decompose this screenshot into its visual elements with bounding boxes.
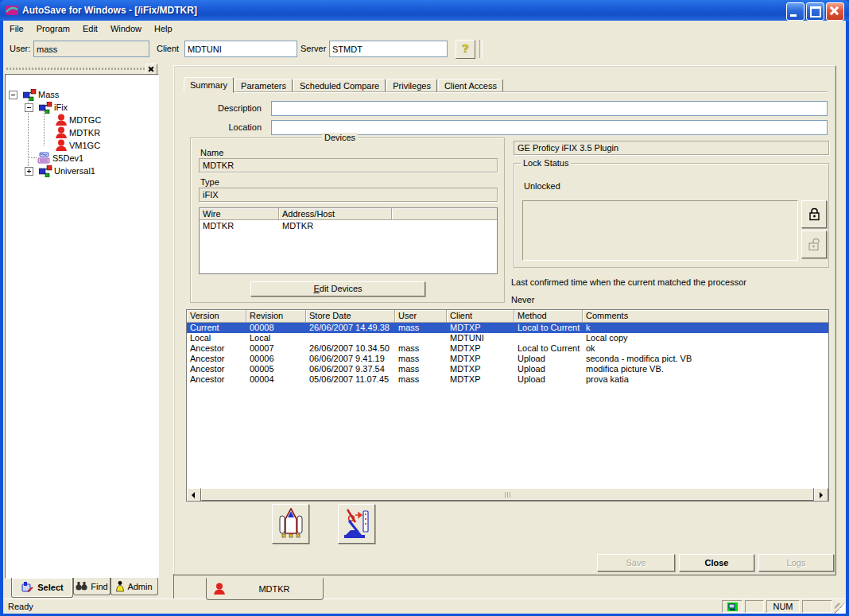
version-row-ancestor[interactable]: Ancestor 00005 06/06/2007 9.37.54 mass M… xyxy=(187,364,828,374)
tree-item-universal1[interactable]: Universal1 xyxy=(52,166,97,176)
devices-table-header: Wire Address/Host xyxy=(200,208,497,220)
column-blank[interactable] xyxy=(392,208,497,220)
tab-privileges[interactable]: Privileges xyxy=(386,79,437,93)
tab-find[interactable]: Find xyxy=(73,578,110,595)
maximize-button[interactable] xyxy=(806,2,824,21)
network-node-icon xyxy=(39,102,52,114)
lock-status-title: Lock Status xyxy=(521,158,571,168)
red-person-icon xyxy=(55,139,68,152)
status-panel-blank xyxy=(802,600,832,613)
versions-header: Version Revision Store Date User Client … xyxy=(187,310,828,323)
versions-table[interactable]: Version Revision Store Date User Client … xyxy=(186,309,829,502)
column-method[interactable]: Method xyxy=(514,310,583,323)
menu-file[interactable]: File xyxy=(3,22,30,35)
tree-item-mass[interactable]: Mass xyxy=(37,90,60,99)
horizontal-scrollbar[interactable] xyxy=(187,488,828,501)
collapse-toggle[interactable] xyxy=(25,103,33,112)
tree-item-mdtgc[interactable]: MDTGC xyxy=(68,115,103,125)
window-title: AutoSave for Windows - [/iFix/MDTKR] xyxy=(22,5,197,16)
tab-admin[interactable]: Admin xyxy=(110,578,158,595)
expand-toggle[interactable] xyxy=(25,167,33,176)
help-button[interactable]: ? xyxy=(456,40,475,59)
lock-button[interactable] xyxy=(801,200,827,228)
tab-scheduled-compare[interactable]: Scheduled Compare xyxy=(293,79,386,93)
compare-button[interactable] xyxy=(338,504,375,544)
lock-status-group: Lock Status Unlocked xyxy=(514,163,829,268)
red-person-icon xyxy=(55,114,68,126)
column-store-date[interactable]: Store Date xyxy=(306,310,395,323)
column-wire[interactable]: Wire xyxy=(200,208,279,220)
column-revision[interactable]: Revision xyxy=(246,310,306,323)
launch-button[interactable] xyxy=(272,504,309,544)
user-field[interactable] xyxy=(33,41,149,57)
tab-select-label: Select xyxy=(37,583,63,592)
question-mark-icon: ? xyxy=(462,42,469,55)
devices-group-title: Devices xyxy=(322,133,358,142)
admin-person-icon xyxy=(116,581,124,592)
document-tab-label: MDTKR xyxy=(226,584,323,594)
tree-item-s5dev1[interactable]: S5Dev1 xyxy=(51,153,85,163)
version-row-ancestor[interactable]: Ancestor 00006 06/06/2007 9.41.19 mass M… xyxy=(187,354,828,364)
menu-program[interactable]: Program xyxy=(30,22,76,35)
server-field[interactable] xyxy=(329,41,448,57)
version-row-current[interactable]: Current 00008 26/06/2007 14.49.38 mass M… xyxy=(187,323,828,333)
save-button[interactable]: Save xyxy=(597,554,675,571)
close-button[interactable] xyxy=(826,2,844,21)
column-version[interactable]: Version xyxy=(187,310,246,323)
client-field[interactable] xyxy=(184,41,297,57)
version-row-ancestor[interactable]: Ancestor 00007 26/06/2007 10.34.50 mass … xyxy=(187,343,828,354)
column-comments[interactable]: Comments xyxy=(583,310,828,323)
menu-edit[interactable]: Edit xyxy=(76,22,104,35)
plugin-title: GE Proficy iFIX 3.5 Plugin xyxy=(514,141,829,155)
tab-divider xyxy=(184,92,828,93)
arrow-left-icon xyxy=(192,492,195,498)
menu-window[interactable]: Window xyxy=(104,22,148,35)
logs-button[interactable]: Logs xyxy=(758,554,834,571)
scroll-right-button[interactable] xyxy=(814,488,828,502)
column-user[interactable]: User xyxy=(395,310,447,323)
document-tab-mdtkr[interactable]: MDTKR xyxy=(206,578,324,600)
last-confirmed-value: Never xyxy=(511,295,534,304)
location-label: Location xyxy=(192,122,262,132)
red-person-icon xyxy=(55,126,68,139)
tree-item-ifix[interactable]: iFix xyxy=(52,103,69,112)
description-field[interactable] xyxy=(271,101,828,116)
collapse-toggle[interactable] xyxy=(9,91,17,99)
tree-item-s5dev1-icon-row[interactable]: VM1GC xyxy=(68,141,102,150)
server-tree: Mass iFix MDTGC xyxy=(5,74,159,579)
menu-bar: File Program Edit Window Help xyxy=(3,21,846,37)
edit-devices-button[interactable]: Edit Devices xyxy=(250,281,425,296)
column-address-host[interactable]: Address/Host xyxy=(279,208,392,220)
num-lock-indicator: NUM xyxy=(766,600,800,613)
tree-item-mdtkr[interactable]: MDTKR xyxy=(68,128,102,138)
device-name-value: MDTKR xyxy=(199,158,498,172)
arrow-right-icon xyxy=(820,492,823,498)
scrollbar-thumb[interactable] xyxy=(201,488,814,501)
minimize-icon xyxy=(790,14,797,17)
title-bar[interactable]: AutoSave for Windows - [/iFix/MDTKR] xyxy=(0,0,849,21)
unlock-button[interactable] xyxy=(801,231,827,258)
close-panel-button[interactable]: Close xyxy=(679,554,754,571)
tree-panel-header xyxy=(5,64,157,74)
binoculars-icon xyxy=(76,582,87,591)
lock-info-box xyxy=(522,200,798,261)
status-bar: Ready NUM xyxy=(3,599,846,614)
minimize-button[interactable] xyxy=(786,2,804,21)
device-row[interactable]: MDTKR MDTKR xyxy=(200,220,497,231)
resize-grip[interactable] xyxy=(835,603,845,614)
menu-help[interactable]: Help xyxy=(148,22,179,35)
tab-summary[interactable]: Summary xyxy=(184,77,234,93)
app-logo-icon xyxy=(6,4,18,17)
version-row-local[interactable]: Local Local MDTUNI Local copy xyxy=(187,333,828,343)
thumb-grip xyxy=(505,492,511,498)
tab-client-access[interactable]: Client Access xyxy=(438,79,503,93)
select-icon xyxy=(21,582,34,594)
version-row-ancestor[interactable]: Ancestor 00004 05/06/2007 11.07.45 mass … xyxy=(187,374,828,385)
panel-grip[interactable] xyxy=(6,68,145,70)
tab-select[interactable]: Select xyxy=(11,578,73,598)
tab-parameters[interactable]: Parameters xyxy=(235,79,293,93)
devices-table[interactable]: Wire Address/Host MDTKR MDTKR xyxy=(199,207,498,274)
column-client[interactable]: Client xyxy=(447,310,514,323)
tab-strip: Summary Parameters Scheduled Compare Pri… xyxy=(184,79,504,93)
scroll-left-button[interactable] xyxy=(187,488,201,502)
